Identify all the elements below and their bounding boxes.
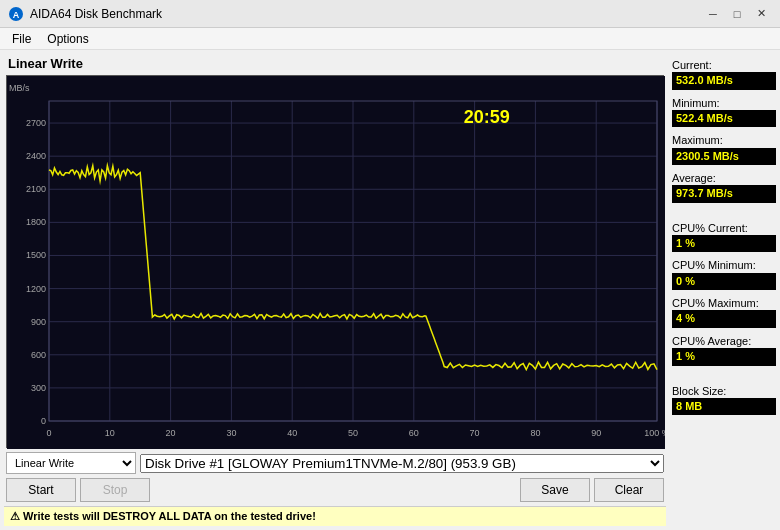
maximize-button[interactable]: □ xyxy=(726,4,748,24)
cpu-current-value: 1 % xyxy=(672,235,776,252)
save-button[interactable]: Save xyxy=(520,478,590,502)
stat-current: Current: 532.0 MB/s xyxy=(672,58,776,90)
minimum-value: 522.4 MB/s xyxy=(672,110,776,127)
cpu-max-label: CPU% Maximum: xyxy=(672,296,776,310)
drive-select[interactable]: Disk Drive #1 [GLOWAY Premium1TNVMe-M.2/… xyxy=(140,454,664,473)
svg-text:A: A xyxy=(13,10,20,20)
current-value: 532.0 MB/s xyxy=(672,72,776,89)
average-value: 973.7 MB/s xyxy=(672,185,776,202)
window-controls: ─ □ ✕ xyxy=(702,4,772,24)
cpu-avg-label: CPU% Average: xyxy=(672,334,776,348)
stats-panel: Current: 532.0 MB/s Minimum: 522.4 MB/s … xyxy=(666,54,776,526)
cpu-current-label: CPU% Current: xyxy=(672,221,776,235)
menu-options[interactable]: Options xyxy=(39,30,96,48)
maximum-value: 2300.5 MB/s xyxy=(672,148,776,165)
minimum-label: Minimum: xyxy=(672,96,776,110)
maximum-label: Maximum: xyxy=(672,133,776,147)
block-size-value: 8 MB xyxy=(672,398,776,415)
cpu-max-value: 4 % xyxy=(672,310,776,327)
average-label: Average: xyxy=(672,171,776,185)
cpu-avg-value: 1 % xyxy=(672,348,776,365)
left-panel: Linear Write Linear Write Linear Read Ra… xyxy=(4,54,666,526)
title-bar: A AIDA64 Disk Benchmark ─ □ ✕ xyxy=(0,0,780,28)
cpu-min-value: 0 % xyxy=(672,273,776,290)
control-row-1: Linear Write Linear Read Random Read Ran… xyxy=(6,452,664,474)
menu-bar: File Options xyxy=(0,28,780,50)
app-icon: A xyxy=(8,6,24,22)
main-content: Linear Write Linear Write Linear Read Ra… xyxy=(0,50,780,530)
stat-cpu-current: CPU% Current: 1 % xyxy=(672,221,776,253)
stat-maximum: Maximum: 2300.5 MB/s xyxy=(672,133,776,165)
stat-cpu-min: CPU% Minimum: 0 % xyxy=(672,258,776,290)
close-button[interactable]: ✕ xyxy=(750,4,772,24)
chart-container xyxy=(6,75,664,448)
menu-file[interactable]: File xyxy=(4,30,39,48)
stop-button[interactable]: Stop xyxy=(80,478,150,502)
start-button[interactable]: Start xyxy=(6,478,76,502)
control-row-2: Start Stop Save Clear xyxy=(6,478,664,502)
clear-button[interactable]: Clear xyxy=(594,478,664,502)
stat-cpu-max: CPU% Maximum: 4 % xyxy=(672,296,776,328)
warning-bar: ⚠ Write tests will DESTROY ALL DATA on t… xyxy=(4,506,666,526)
stat-average: Average: 973.7 MB/s xyxy=(672,171,776,203)
stat-minimum: Minimum: 522.4 MB/s xyxy=(672,96,776,128)
bottom-controls: Linear Write Linear Read Random Read Ran… xyxy=(4,448,666,506)
minimize-button[interactable]: ─ xyxy=(702,4,724,24)
test-type-select[interactable]: Linear Write Linear Read Random Read Ran… xyxy=(6,452,136,474)
chart-title: Linear Write xyxy=(4,54,666,75)
window-title: AIDA64 Disk Benchmark xyxy=(30,7,162,21)
block-size-label: Block Size: xyxy=(672,384,776,398)
cpu-min-label: CPU% Minimum: xyxy=(672,258,776,272)
warning-text: ⚠ Write tests will DESTROY ALL DATA on t… xyxy=(10,510,316,523)
stat-cpu-avg: CPU% Average: 1 % xyxy=(672,334,776,366)
current-label: Current: xyxy=(672,58,776,72)
stat-block-size: Block Size: 8 MB xyxy=(672,384,776,416)
benchmark-chart xyxy=(7,76,665,449)
